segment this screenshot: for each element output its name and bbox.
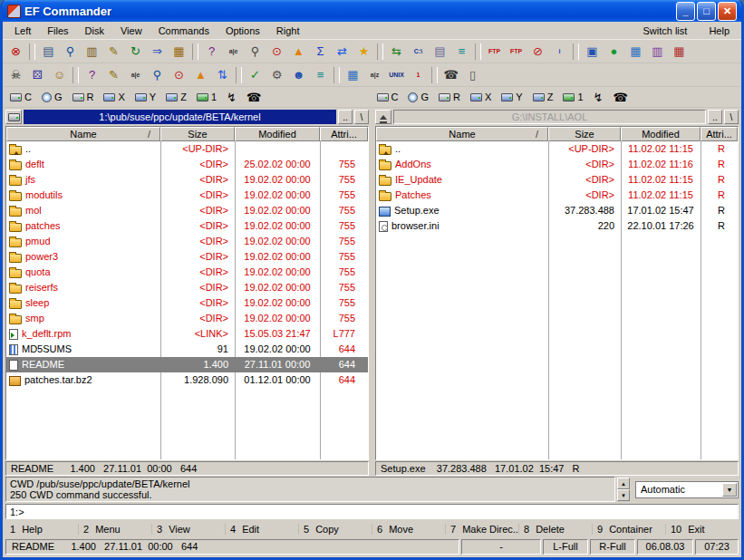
ftp-connect-icon[interactable]: FTP [484,42,505,62]
column-header-attri[interactable]: Attri... [320,127,368,141]
column-header-size[interactable]: Size [160,127,235,141]
right-path-bar[interactable]: G:\INSTALL\AOL [393,110,706,124]
rename-icon[interactable]: a|e [223,42,244,62]
help-icon[interactable]: ? [201,42,222,62]
menu-item-right[interactable]: Right [268,24,308,38]
file-row[interactable]: ..<UP-DIR>11.02.02 11:15R [376,141,738,157]
chevron-down-icon[interactable]: ▼ [722,483,737,497]
drive-g-button[interactable]: G [403,89,433,106]
file-row[interactable]: deflt<DIR>25.02.02 00:00755 [6,157,368,172]
favorites-icon[interactable]: ★ [353,42,374,62]
file-row[interactable]: patches<DIR>19.02.02 00:00755 [6,218,368,234]
file-row[interactable]: jfs<DIR>19.02.02 00:00755 [6,172,368,188]
menu-item-help[interactable]: Help [701,24,738,38]
phone-icon[interactable]: ☎ [242,89,266,106]
ftp-new-icon[interactable]: FTP [506,42,527,62]
menu-item-files[interactable]: Files [39,24,76,38]
tree-icon[interactable]: ≡ [310,65,331,85]
copy-icon[interactable]: ⇒ [147,42,168,62]
list-icon[interactable]: ≡ [451,42,472,62]
letters-icon[interactable]: a|z [364,65,385,85]
file-row[interactable]: IE_Update<DIR>11.02.02 11:15R [376,172,738,188]
left-root-button[interactable]: \ [354,110,369,124]
function-key-1[interactable]: 1Help [5,524,78,535]
phone-icon[interactable]: ☎ [440,65,461,85]
left-path-bar[interactable]: 1:\pub/suse/ppc/update/BETA/kernel [24,110,336,124]
drive-g-button[interactable]: G [37,89,67,106]
column-header-modified[interactable]: Modified [235,127,320,141]
globe-icon[interactable]: ● [604,42,624,62]
about-icon[interactable]: i [549,42,570,62]
file-row[interactable]: quota<DIR>19.02.02 00:00755 [6,265,368,280]
edit-icon[interactable]: ✎ [103,42,124,62]
scroll-down-button[interactable]: ▼ [617,489,630,501]
menu-item-left[interactable]: Left [6,24,39,38]
dice-icon[interactable]: ⚄ [27,65,48,85]
drive-1-button[interactable]: 1 [192,89,221,106]
menu-item-commands[interactable]: Commands [150,24,217,38]
ftp-disconnect-icon[interactable]: ⊘ [527,42,548,62]
drive-y-button[interactable]: Y [130,89,160,106]
drive-c-button[interactable]: C [5,89,36,106]
function-key-10[interactable]: 10Exit [665,524,739,535]
session-1-icon[interactable]: 1 [408,65,429,85]
column-header-size[interactable]: Size [548,127,621,141]
title-bar[interactable]: EF Commander _ □ ✕ [3,0,741,22]
function-key-2[interactable]: 2Menu [78,524,151,535]
drive-1-button[interactable]: 1 [558,89,587,106]
function-key-6[interactable]: 6Move [372,524,445,535]
function-key-5[interactable]: 5Copy [298,524,372,535]
print-icon[interactable]: ▤ [38,42,59,62]
drive-x-button[interactable]: X [466,89,496,106]
function-key-3[interactable]: 3View [151,524,225,535]
function-key-7[interactable]: 7Make Direc... [445,524,518,535]
target-icon[interactable]: ⊙ [169,65,189,85]
scroll-up-button[interactable]: ▲ [617,478,630,489]
monitor-icon[interactable]: ▣ [582,42,603,62]
menu-item-view[interactable]: View [112,24,150,38]
right-eject-button[interactable] [375,110,391,124]
refresh-icon[interactable]: ↻ [125,42,146,62]
column-header-name[interactable]: Name/ [376,127,548,141]
gears-icon[interactable]: ⚙ [266,65,287,85]
drive-y-button[interactable]: Y [497,89,527,106]
function-key-4[interactable]: 4Edit [225,524,298,535]
left-drive-icon[interactable] [5,110,22,124]
column-header-name[interactable]: Name/ [6,127,160,141]
file-row[interactable]: sleep<DIR>19.02.02 00:00755 [6,295,368,311]
dos-prompt-icon[interactable]: C:\ [408,42,429,62]
delete-skull-icon[interactable]: ☠ [5,65,26,85]
file-row[interactable]: modutils<DIR>19.02.02 00:00755 [6,188,368,203]
quick-view-icon[interactable]: ▥ [82,42,102,62]
unix-icon[interactable]: UNIX [386,65,407,85]
mobile-icon[interactable]: ▯ [462,65,483,85]
mode-combobox[interactable]: Automatic ▼ [635,481,739,498]
menu-item-options[interactable]: Options [217,24,268,38]
file-row[interactable]: Patches<DIR>11.02.02 11:15R [376,188,738,203]
drives-icon[interactable]: ▥ [647,42,668,62]
help-icon[interactable]: ? [82,65,102,85]
drive-z-button[interactable]: Z [528,89,558,106]
minimize-button[interactable]: _ [676,2,695,21]
notes-icon[interactable]: ▤ [430,42,450,62]
cable-icon[interactable]: ↯ [222,89,241,106]
file-row[interactable]: k_deflt.rpm<LINK>15.05.03 21:47L777 [6,326,368,342]
cable-icon[interactable]: ↯ [589,89,608,106]
sum-icon[interactable]: Σ [310,42,331,62]
function-key-8[interactable]: 8Delete [518,524,592,535]
column-header-modified[interactable]: Modified [621,127,701,141]
network-pair-icon[interactable]: ▦ [343,65,363,85]
file-row[interactable]: ..<UP-DIR> [6,141,368,157]
file-row[interactable]: smp<DIR>19.02.02 00:00755 [6,311,368,326]
file-row[interactable]: patches.tar.bz21.928.09001.12.01 00:0064… [6,372,368,388]
file-row[interactable]: mol<DIR>19.02.02 00:00755 [6,203,368,218]
file-row[interactable]: AddOns<DIR>11.02.02 11:16R [376,157,738,172]
target-icon[interactable]: ⊙ [266,42,287,62]
file-row[interactable]: browser.ini22022.10.01 17:26R [376,218,738,234]
left-updir-button[interactable]: .. [338,110,353,124]
maximize-button[interactable]: □ [697,2,716,21]
user-icon[interactable]: ☻ [288,65,309,85]
rename-icon[interactable]: a|e [125,65,146,85]
drive-r-button[interactable]: R [434,89,465,106]
file-row[interactable]: Setup.exe37.283.48817.01.02 15:47R [376,203,738,218]
